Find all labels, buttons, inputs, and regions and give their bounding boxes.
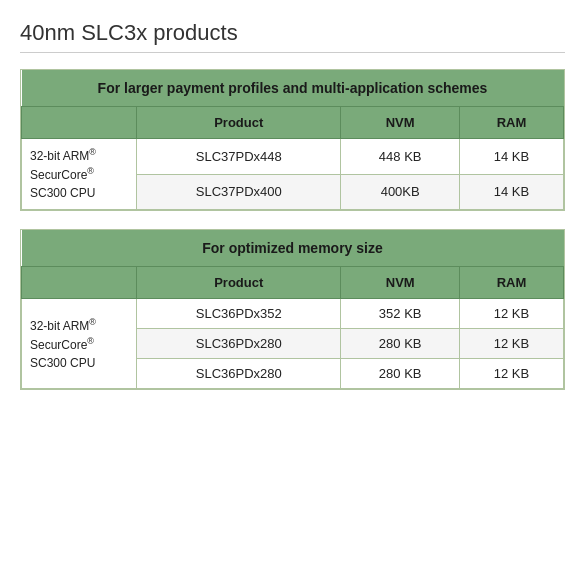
table2-row1-nvm: 352 KB: [341, 299, 459, 329]
table1-col-headers: Product NVM RAM: [22, 107, 564, 139]
table1-cpu-cell: 32-bit ARM®SecurCore®SC300 CPU: [22, 139, 137, 210]
table2-row2-ram: 12 KB: [459, 329, 563, 359]
table2-row1-ram: 12 KB: [459, 299, 563, 329]
table2-col-headers: Product NVM RAM: [22, 267, 564, 299]
table1-col-cpu: [22, 107, 137, 139]
table1-col-ram: RAM: [459, 107, 563, 139]
table-larger-payment: For larger payment profiles and multi-ap…: [20, 69, 565, 211]
table-row: 32-bit ARM®SecurCore®SC300 CPU SLC36PDx3…: [22, 299, 564, 329]
table2-row3-product: SLC36PDx280: [137, 359, 341, 389]
table1-col-product: Product: [137, 107, 341, 139]
table2-row1-product: SLC36PDx352: [137, 299, 341, 329]
table1-row2-nvm: 400KB: [341, 174, 459, 210]
table2-header-text: For optimized memory size: [22, 230, 564, 267]
table1-row2-ram: 14 KB: [459, 174, 563, 210]
table1-col-nvm: NVM: [341, 107, 459, 139]
table2-cpu-cell: 32-bit ARM®SecurCore®SC300 CPU: [22, 299, 137, 389]
table-row: 32-bit ARM®SecurCore®SC300 CPU SLC37PDx4…: [22, 139, 564, 175]
table1-row2-product: SLC37PDx400: [137, 174, 341, 210]
table2-col-nvm: NVM: [341, 267, 459, 299]
table-optimized-memory: For optimized memory size Product NVM RA…: [20, 229, 565, 390]
table2-row3-nvm: 280 KB: [341, 359, 459, 389]
table2-row2-product: SLC36PDx280: [137, 329, 341, 359]
table2-col-product: Product: [137, 267, 341, 299]
table2-row3-ram: 12 KB: [459, 359, 563, 389]
table1-main-header: For larger payment profiles and multi-ap…: [22, 70, 564, 107]
table2-col-ram: RAM: [459, 267, 563, 299]
table2-row2-nvm: 280 KB: [341, 329, 459, 359]
table2-main-header: For optimized memory size: [22, 230, 564, 267]
table1-row1-ram: 14 KB: [459, 139, 563, 175]
table1-row1-nvm: 448 KB: [341, 139, 459, 175]
table1-row1-product: SLC37PDx448: [137, 139, 341, 175]
table1-header-text: For larger payment profiles and multi-ap…: [22, 70, 564, 107]
page-title: 40nm SLC3x products: [20, 20, 565, 53]
table2-col-cpu: [22, 267, 137, 299]
